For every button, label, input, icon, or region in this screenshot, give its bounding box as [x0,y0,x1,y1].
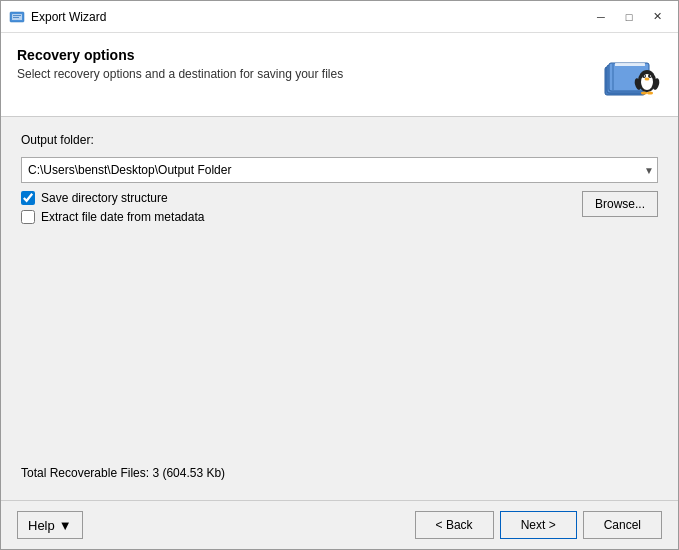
header-section: Recovery options Select recovery options… [1,33,678,117]
content-spacer [21,232,658,450]
maximize-button[interactable]: □ [616,7,642,27]
app-icon [9,9,25,25]
close-button[interactable]: ✕ [644,7,670,27]
options-browse-container: Save directory structure Extract file da… [21,191,658,224]
svg-point-14 [650,75,651,76]
cancel-button[interactable]: Cancel [583,511,662,539]
help-dropdown-icon: ▼ [59,518,72,533]
header-subtitle: Select recovery options and a destinatio… [17,67,602,81]
footer: Help ▼ < Back Next > Cancel [1,500,678,549]
save-directory-label: Save directory structure [41,191,168,205]
back-button[interactable]: < Back [415,511,494,539]
extract-date-checkbox[interactable] [21,210,35,224]
header-text: Recovery options Select recovery options… [17,47,602,81]
output-folder-input[interactable]: C:\Users\benst\Desktop\Output Folder [21,157,658,183]
save-directory-option: Save directory structure [21,191,204,205]
minimize-button[interactable]: ─ [588,7,614,27]
content-area: Output folder: C:\Users\benst\Desktop\Ou… [1,117,678,500]
extract-date-label: Extract file date from metadata [41,210,204,224]
header-icon [602,47,662,102]
output-folder-label: Output folder: [21,133,658,147]
svg-point-15 [645,77,650,80]
title-bar-left: Export Wizard [9,9,106,25]
output-folder-row: C:\Users\benst\Desktop\Output Folder ▼ [21,157,658,183]
title-bar: Export Wizard ─ □ ✕ [1,1,678,33]
window-title: Export Wizard [31,10,106,24]
svg-point-16 [641,91,647,94]
svg-rect-8 [615,63,645,66]
help-button[interactable]: Help ▼ [17,511,83,539]
save-directory-checkbox[interactable] [21,191,35,205]
svg-rect-3 [13,17,19,18]
footer-right: < Back Next > Cancel [415,511,662,539]
header-title: Recovery options [17,47,602,63]
status-bar: Total Recoverable Files: 3 (604.53 Kb) [21,458,658,484]
footer-left: Help ▼ [17,511,83,539]
extract-date-option: Extract file date from metadata [21,210,204,224]
next-button[interactable]: Next > [500,511,577,539]
svg-point-13 [644,75,645,76]
main-window: Export Wizard ─ □ ✕ Recovery options Sel… [0,0,679,550]
folder-input-wrapper: C:\Users\benst\Desktop\Output Folder ▼ [21,157,658,183]
svg-point-17 [647,91,653,94]
svg-rect-2 [13,15,21,16]
window-controls: ─ □ ✕ [588,7,670,27]
browse-button[interactable]: Browse... [582,191,658,217]
help-label: Help [28,518,55,533]
options-left: Save directory structure Extract file da… [21,191,204,224]
